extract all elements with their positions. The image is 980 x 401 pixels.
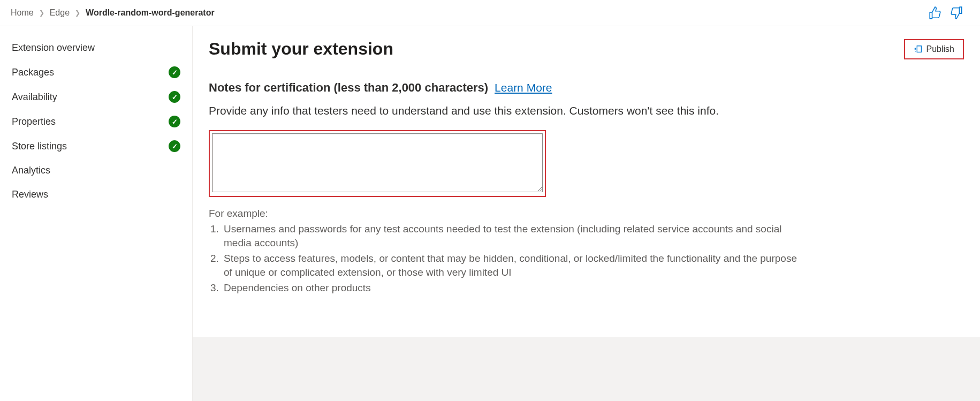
sidebar-item-label: Packages xyxy=(12,67,54,78)
thumbs-up-icon[interactable] xyxy=(928,5,943,20)
sidebar-item-reviews[interactable]: Reviews xyxy=(11,183,181,207)
publish-icon xyxy=(914,44,923,54)
sidebar: Extension overview Packages ✓ Availabili… xyxy=(0,26,193,401)
checkmark-icon: ✓ xyxy=(169,140,180,152)
notes-heading-text: Notes for certification (less than 2,000… xyxy=(209,81,488,95)
checkmark-icon: ✓ xyxy=(169,66,180,78)
breadcrumb-home[interactable]: Home xyxy=(11,8,34,18)
publish-button[interactable]: Publish xyxy=(904,39,964,59)
sidebar-item-availability[interactable]: Availability ✓ xyxy=(11,85,181,109)
sidebar-item-extension-overview[interactable]: Extension overview xyxy=(11,36,181,60)
publish-button-label: Publish xyxy=(926,44,954,54)
checkmark-icon: ✓ xyxy=(169,116,180,127)
page-title: Submit your extension xyxy=(209,39,393,59)
footer-background xyxy=(193,337,980,401)
example-item: Dependencies on other products xyxy=(222,281,797,296)
sidebar-item-properties[interactable]: Properties ✓ xyxy=(11,109,181,134)
chevron-right-icon: ❯ xyxy=(39,9,44,17)
sidebar-item-store-listings[interactable]: Store listings ✓ xyxy=(11,134,181,158)
breadcrumb-edge[interactable]: Edge xyxy=(50,8,70,18)
example-item: Usernames and passwords for any test acc… xyxy=(222,222,797,251)
notes-heading: Notes for certification (less than 2,000… xyxy=(209,81,964,95)
notes-subtitle: Provide any info that testers need to un… xyxy=(209,104,964,117)
chevron-right-icon: ❯ xyxy=(75,9,80,17)
breadcrumb: Home ❯ Edge ❯ Wordle-random-word-generat… xyxy=(11,8,215,18)
notes-textarea-highlight xyxy=(209,130,546,197)
example-item: Steps to access features, models, or con… xyxy=(222,252,797,280)
sidebar-item-label: Availability xyxy=(12,92,57,103)
learn-more-link[interactable]: Learn More xyxy=(495,81,552,94)
thumbs-down-icon[interactable] xyxy=(949,5,964,20)
notes-textarea[interactable] xyxy=(212,133,543,192)
sidebar-item-label: Store listings xyxy=(12,141,67,152)
sidebar-item-analytics[interactable]: Analytics xyxy=(11,158,181,183)
example-list: Usernames and passwords for any test acc… xyxy=(209,222,797,296)
sidebar-item-label: Reviews xyxy=(12,189,48,200)
sidebar-item-label: Analytics xyxy=(12,165,50,176)
sidebar-item-label: Properties xyxy=(12,116,56,127)
breadcrumb-current: Wordle-random-word-generator xyxy=(86,8,215,18)
checkmark-icon: ✓ xyxy=(169,91,180,103)
example-label: For example: xyxy=(209,207,797,221)
main-content: Submit your extension Publish Notes for … xyxy=(193,26,980,401)
sidebar-item-packages[interactable]: Packages ✓ xyxy=(11,60,181,85)
sidebar-item-label: Extension overview xyxy=(12,42,95,54)
